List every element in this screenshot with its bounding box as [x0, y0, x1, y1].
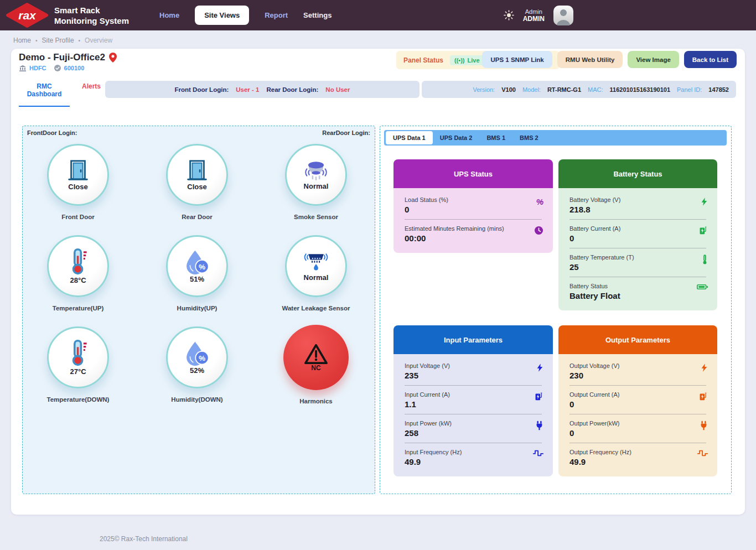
- location-pin-icon[interactable]: [109, 53, 117, 63]
- card-body: Battery Voltage (V) 218.8 Battery Curren…: [558, 188, 717, 310]
- ups-data-panel: UPS Data 1 UPS Data 2 BMS 1 BMS 2 UPS St…: [380, 126, 732, 494]
- temperature-down-indicator: 27°C: [47, 326, 109, 388]
- main-content-card: Demo - Fuji-Office2 HDFC 600100 Panel St…: [11, 49, 745, 515]
- sensor-label: Harmonics: [269, 398, 363, 404]
- breadcrumb-site-profile[interactable]: Site Profile: [42, 37, 74, 44]
- metric-row-battery-status: Battery Status Battery Float: [558, 277, 717, 305]
- humidity-up-value: 51%: [190, 275, 204, 283]
- percent-icon: %: [536, 197, 543, 206]
- sensor-label: Temperature(DOWN): [31, 396, 125, 403]
- live-label: Live: [468, 57, 480, 64]
- tab-rmc-dashboard[interactable]: RMC Dashboard: [19, 82, 70, 107]
- sensor-label: Front Door: [31, 214, 125, 220]
- breadcrumb-home[interactable]: Home: [13, 37, 31, 44]
- card-body: Output Voltage (V) 230 Output Current (A…: [558, 354, 717, 476]
- version-label: Version:: [473, 86, 495, 93]
- metric-label: Battery Temperature (T): [569, 254, 691, 261]
- avatar[interactable]: [553, 6, 573, 25]
- nav-home[interactable]: Home: [159, 11, 179, 19]
- sensor-label: Water Leakage Sensor: [269, 305, 363, 312]
- view-image-button[interactable]: View Image: [628, 51, 679, 68]
- svg-text:%: %: [199, 262, 205, 271]
- breadcrumb: Home • Site Profile • Overview: [13, 37, 112, 44]
- nav-report[interactable]: Report: [265, 11, 288, 19]
- front-door-login-label: Front Door Login:: [175, 86, 229, 93]
- site-meta: HDFC 600100: [19, 65, 84, 71]
- app-title-line1: Smart Rack: [54, 5, 129, 15]
- nav-site-views[interactable]: Site Views: [195, 6, 249, 25]
- door-icon: [66, 159, 90, 182]
- front-door-status: Close: [68, 183, 87, 191]
- svg-text:%: %: [199, 354, 205, 362]
- door-icon: [185, 159, 209, 182]
- nav-settings[interactable]: Settings: [303, 11, 332, 19]
- sensor-front-door: Close Front Door: [31, 144, 125, 220]
- metric-label: Input Current (A): [405, 391, 526, 398]
- metric-label: Output Current (A): [569, 391, 691, 398]
- plug-icon: [535, 421, 543, 430]
- bolt-icon: [701, 197, 708, 206]
- warning-icon: [303, 343, 329, 365]
- sensor-label: Smoke Sensor: [269, 214, 363, 220]
- metric-row-input-frequency: Input Frequency (Hz) 49.9: [393, 443, 553, 471]
- sensor-temperature-up: 28°C Temperature(UP): [31, 235, 125, 312]
- header-actions: UPS 1 SNMP Link RMU Web Utility View Ima…: [482, 51, 737, 68]
- harmonics-indicator: NC: [283, 325, 349, 390]
- svg-text:rax: rax: [18, 9, 37, 22]
- metric-label: Output Voltage (V): [569, 362, 691, 369]
- ups-snmp-link-button[interactable]: UPS 1 SNMP Link: [482, 51, 552, 68]
- metric-value: 49.9: [405, 457, 526, 466]
- rax-logo-icon: rax: [6, 3, 49, 28]
- site-bank: HDFC: [29, 65, 46, 71]
- water-leak-sensor-icon: [302, 251, 330, 273]
- app-title: Smart Rack Monitoring System: [54, 5, 129, 26]
- user-role: ADMIN: [523, 15, 545, 23]
- metric-row-output-voltage: Output Voltage (V) 230: [558, 357, 717, 385]
- bolt-icon: [701, 363, 708, 372]
- back-to-list-button[interactable]: Back to List: [684, 51, 737, 68]
- tab-bms-2[interactable]: BMS 2: [512, 131, 546, 144]
- sensor-temperature-down: 27°C Temperature(DOWN): [31, 326, 125, 403]
- breadcrumb-overview: Overview: [85, 37, 112, 44]
- sensor-humidity-up: % 51% Humidity(UP): [150, 235, 244, 312]
- battery-icon: [697, 283, 708, 290]
- main-nav: Home Site Views Report Settings: [159, 0, 332, 30]
- frontdoor-login-label: FrontDoor Login:: [27, 129, 77, 136]
- ups-tabbar: UPS Data 1 UPS Data 2 BMS 1 BMS 2: [384, 130, 727, 146]
- water-drop-icon: %: [184, 250, 210, 274]
- metric-row-battery-voltage: Battery Voltage (V) 218.8: [558, 191, 717, 219]
- metric-row-battery-current: Battery Current (A) 0: [558, 220, 717, 248]
- smoke-status: Normal: [304, 182, 329, 190]
- breadcrumb-separator: •: [79, 38, 81, 44]
- user-name: Admin: [523, 8, 545, 15]
- water-leakage-indicator: Normal: [285, 235, 347, 297]
- tab-ups-data-2[interactable]: UPS Data 2: [433, 131, 480, 144]
- tab-bms-1[interactable]: BMS 1: [479, 131, 512, 144]
- panel-status-label: Panel Status: [403, 56, 443, 64]
- tab-ups-data-1[interactable]: UPS Data 1: [386, 131, 433, 144]
- charging-station-icon: [534, 392, 543, 401]
- version-value: V100: [501, 86, 516, 93]
- card-title: Output Parameters: [558, 325, 717, 354]
- top-navbar: rax Smart Rack Monitoring System Home Si…: [0, 0, 756, 30]
- output-parameters-card: Output Parameters Output Voltage (V) 230…: [558, 325, 717, 476]
- metric-value: 0: [569, 234, 691, 243]
- ups-status-card: UPS Status Load Status (%) 0 % Estimated…: [393, 159, 553, 253]
- metric-row-input-power: Input Power (kW) 258: [393, 414, 553, 443]
- charging-station-icon: [698, 392, 708, 401]
- card-title: Input Parameters: [393, 325, 553, 354]
- metric-value: 0: [405, 205, 526, 214]
- temperature-up-value: 28°C: [70, 276, 86, 284]
- smoke-indicator: Normal: [285, 144, 347, 206]
- tab-alerts[interactable]: Alerts: [82, 82, 101, 90]
- app-title-line2: Monitoring System: [54, 15, 129, 26]
- rmu-web-utility-button[interactable]: RMU Web Utility: [557, 51, 623, 68]
- wave-icon: [533, 449, 543, 457]
- water-leakage-status: Normal: [304, 273, 329, 282]
- metric-value: 49.9: [569, 457, 691, 466]
- theme-sun-icon[interactable]: [504, 10, 514, 20]
- user-info: Admin ADMIN: [523, 8, 545, 23]
- site-title: Demo - Fuji-Office2: [19, 52, 105, 63]
- metric-row-output-frequency: Output Frequency (Hz) 49.9: [558, 443, 717, 471]
- site-code: 600100: [64, 65, 85, 71]
